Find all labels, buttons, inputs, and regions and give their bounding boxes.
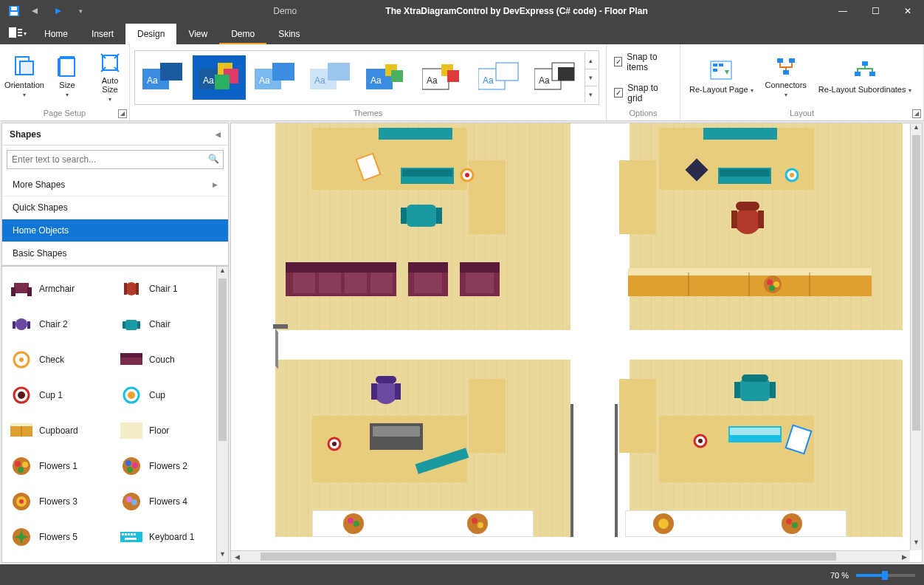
svg-point-78: [22, 462, 28, 468]
minimize-button[interactable]: —: [827, 0, 859, 22]
svg-rect-49: [862, 61, 868, 66]
shape-floor[interactable]: Floor: [115, 413, 225, 448]
scroll-down-icon[interactable]: ▼: [217, 550, 228, 562]
shape-couch[interactable]: Couch: [115, 342, 225, 377]
svg-rect-150: [742, 374, 768, 382]
relayout-subordinates-button[interactable]: Re-Layout Subordinates ▾: [814, 58, 916, 97]
tab-demo[interactable]: Demo: [219, 24, 266, 44]
shape-cup[interactable]: Cup: [115, 377, 225, 413]
shape-keyboard-1[interactable]: Keyboard 1: [115, 519, 225, 555]
svg-rect-36: [496, 63, 518, 81]
collapse-shapes-icon[interactable]: ◀: [216, 131, 221, 138]
redo-button[interactable]: [49, 3, 68, 19]
undo-button[interactable]: [27, 3, 46, 19]
size-button[interactable]: Size▾: [47, 54, 87, 101]
gallery-up[interactable]: ▴: [585, 52, 598, 69]
canvas-hscrollbar[interactable]: ◀ ▶: [231, 550, 910, 562]
tab-insert[interactable]: Insert: [80, 24, 125, 44]
gallery-scroll[interactable]: ▴▾▾: [585, 52, 598, 103]
svg-rect-75: [120, 422, 142, 439]
tab-home[interactable]: Home: [32, 24, 80, 44]
file-menu-button[interactable]: ▾: [3, 22, 32, 44]
svg-point-138: [374, 380, 398, 404]
canvas-scroll-left[interactable]: ◀: [231, 551, 243, 562]
shapes-search-input[interactable]: [7, 150, 224, 169]
relayout-sub-icon: [853, 60, 877, 83]
shape-armchair[interactable]: Armchair: [5, 271, 115, 307]
tab-skins[interactable]: Skins: [266, 24, 311, 44]
connectors-button[interactable]: Connectors▾: [761, 54, 811, 101]
svg-rect-29: [391, 70, 403, 82]
svg-rect-148: [734, 382, 740, 398]
svg-rect-3: [9, 27, 16, 38]
svg-rect-47: [789, 58, 795, 63]
theme-1[interactable]: Aa: [137, 55, 190, 100]
category-quick-shapes[interactable]: Quick Shapes: [2, 196, 228, 219]
layout-launcher[interactable]: ◢: [912, 109, 921, 118]
tab-design[interactable]: Design: [125, 24, 176, 44]
group-label-themes: Themes: [134, 107, 601, 119]
shape-chair-2[interactable]: Chair 2: [5, 307, 115, 342]
shape-flowers-4[interactable]: Flowers 4: [115, 484, 225, 519]
svg-point-166: [792, 522, 798, 528]
gallery-more[interactable]: ▾: [585, 86, 598, 103]
svg-point-88: [126, 496, 132, 502]
gallery-down[interactable]: ▾: [585, 69, 598, 86]
shape-flowers-1[interactable]: Flowers 1: [5, 448, 115, 484]
theme-2[interactable]: Aa: [193, 55, 246, 100]
canvas-scroll-up[interactable]: ▲: [911, 123, 922, 135]
snap-items-checkbox[interactable]: ✓Snap to items: [611, 50, 675, 74]
qat-dropdown[interactable]: ▾: [71, 3, 90, 19]
canvas-vscrollbar[interactable]: ▲ ▼: [910, 123, 922, 550]
search-icon[interactable]: 🔍: [208, 154, 219, 164]
svg-rect-46: [777, 58, 783, 63]
shape-flowers-2[interactable]: Flowers 2: [115, 448, 225, 484]
scroll-thumb[interactable]: [218, 278, 227, 441]
shape-chair[interactable]: Chair: [115, 307, 225, 342]
theme-3[interactable]: Aa: [249, 55, 302, 100]
maximize-button[interactable]: ☐: [859, 0, 892, 22]
theme-8[interactable]: Aa: [528, 55, 582, 100]
page-setup-launcher[interactable]: ◢: [118, 109, 127, 118]
svg-rect-6: [18, 35, 22, 36]
canvas-hthumb[interactable]: [261, 552, 836, 561]
theme-4[interactable]: Aa: [304, 55, 357, 100]
close-button[interactable]: ✕: [892, 0, 924, 22]
themes-gallery[interactable]: Aa Aa Aa Aa Aa Aa Aa Aa ▴▾▾: [134, 50, 599, 105]
shapes-scrollbar[interactable]: ▲ ▼: [216, 267, 228, 562]
group-label-layout: Layout: [685, 107, 919, 119]
svg-rect-74: [10, 423, 32, 426]
shape-chair-1[interactable]: Chair 1: [115, 271, 225, 307]
snap-grid-checkbox[interactable]: ✓Snap to grid: [611, 81, 675, 105]
theme-7[interactable]: Aa: [472, 55, 525, 100]
save-button[interactable]: [4, 3, 24, 19]
shapes-panel: Shapes ◀ 🔍 More Shapes▶ Quick Shapes Hom…: [1, 123, 229, 563]
theme-5[interactable]: Aa: [360, 55, 413, 100]
autosize-button[interactable]: Auto Size▾: [90, 49, 130, 106]
scroll-up-icon[interactable]: ▲: [217, 267, 228, 278]
category-home-objects[interactable]: Home Objects: [2, 219, 228, 242]
main-area: Shapes ◀ 🔍 More Shapes▶ Quick Shapes Hom…: [0, 121, 924, 564]
relayout-page-button[interactable]: Re-Layout Page ▾: [685, 58, 758, 97]
tab-view[interactable]: View: [176, 24, 219, 44]
svg-point-86: [19, 499, 24, 504]
shape-cupboard[interactable]: Cupboard: [5, 413, 115, 448]
canvas-scroll-right[interactable]: ▶: [898, 551, 910, 562]
zoom-slider[interactable]: [856, 574, 915, 577]
svg-rect-129: [628, 273, 872, 296]
canvas-scroll-down[interactable]: ▼: [911, 538, 922, 550]
shape-flowers-5[interactable]: Flowers 5: [5, 519, 115, 555]
shape-check[interactable]: Check: [5, 342, 115, 377]
svg-rect-9: [60, 58, 75, 76]
canvas-vthumb[interactable]: [912, 135, 920, 431]
category-basic-shapes[interactable]: Basic Shapes: [2, 242, 228, 265]
theme-6[interactable]: Aa: [416, 55, 469, 100]
shape-cup-1[interactable]: Cup 1: [5, 377, 115, 413]
diagram-canvas[interactable]: ▲ ▼ ◀ ▶: [230, 123, 923, 563]
shape-flowers-3[interactable]: Flowers 3: [5, 484, 115, 519]
svg-text:Aa: Aa: [203, 75, 214, 86]
svg-rect-43: [713, 64, 717, 66]
category-more-shapes[interactable]: More Shapes▶: [2, 174, 228, 196]
svg-rect-130: [628, 268, 872, 276]
orientation-button[interactable]: Orientation▾: [4, 54, 44, 101]
